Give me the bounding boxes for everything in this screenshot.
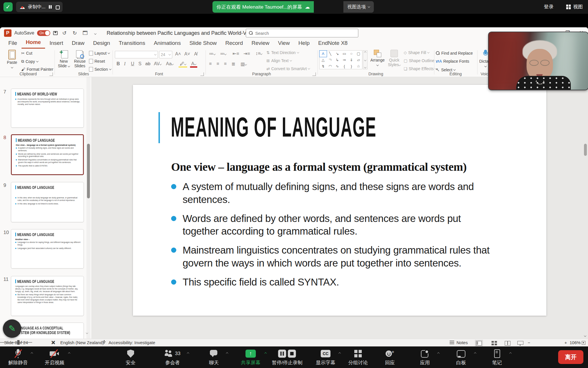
new-slide-button[interactable]: New Slide	[56, 50, 72, 68]
slide-heading[interactable]: One view – language as a formal system (…	[171, 160, 467, 174]
shape-arrow-icon[interactable]: ↘	[334, 51, 341, 57]
highlight-color-button[interactable]: 🖉	[179, 61, 187, 68]
slideshow-view-button[interactable]	[517, 340, 523, 346]
slide-title[interactable]: MEANING OF LANGUAGE	[171, 111, 376, 143]
shape-left-brace-icon[interactable]: {	[341, 63, 348, 70]
stop-recording-button[interactable]	[55, 5, 59, 9]
accessibility-status[interactable]: Accessibility: Investigate	[109, 340, 155, 345]
bullets-button[interactable]: ≔	[208, 51, 216, 56]
paragraph-dialog-launcher[interactable]	[312, 72, 316, 76]
shape-star-icon[interactable]: ☆	[355, 63, 362, 70]
shape-curve-icon[interactable]: ∿	[334, 63, 341, 70]
thumbnail-slide-10[interactable]: MEANING OF LANGUAGE Another view – Langu…	[11, 229, 84, 269]
search-box[interactable]	[246, 29, 358, 37]
tab-review[interactable]: Review	[247, 39, 274, 49]
replace-fonts-button[interactable]: ⇄A Replace Fonts	[436, 59, 469, 64]
align-text-button[interactable]: ⊞ Align Text	[266, 58, 292, 63]
annotation-pencil-button[interactable]: ✎	[3, 319, 21, 338]
section-button[interactable]: Section	[89, 67, 111, 72]
tab-view[interactable]: View	[274, 39, 294, 49]
participant-video[interactable]	[489, 32, 588, 90]
chat-options-chevron[interactable]	[226, 350, 228, 355]
zoom-in-button[interactable]: +	[564, 340, 567, 345]
tab-help[interactable]: Help	[294, 39, 314, 49]
shadow-button[interactable]: S	[137, 61, 143, 66]
tab-draw[interactable]: Draw	[67, 39, 89, 49]
video-options-chevron[interactable]	[68, 350, 70, 355]
format-painter-button[interactable]: 🖌 Format Painter	[21, 67, 53, 72]
zoom-slider-knob[interactable]	[17, 340, 20, 345]
character-spacing-button[interactable]: AV	[153, 61, 163, 66]
pause-stop-recording-button[interactable]: 暂停/停止录制	[272, 349, 303, 366]
notes-toggle[interactable]: Notes	[457, 340, 468, 345]
shape-line-icon[interactable]: ╲	[327, 51, 334, 57]
italic-button[interactable]: I	[123, 61, 127, 66]
shape-outline-button[interactable]: ▢ Shape Outline	[404, 58, 438, 63]
shape-rounded-rect-icon[interactable]: ▢	[355, 51, 362, 57]
tab-transitions[interactable]: Transitions	[114, 39, 149, 49]
slide-sorter-view-button[interactable]	[492, 340, 497, 346]
cut-button[interactable]: ✂ Cut	[21, 51, 32, 55]
quick-styles-button[interactable]: Quick Styles	[386, 50, 402, 67]
notes-options-chevron[interactable]	[510, 350, 511, 355]
mic-options-chevron[interactable]	[31, 350, 33, 355]
whiteboard-options-chevron[interactable]	[474, 350, 476, 355]
shrink-font-button[interactable]: A˅	[183, 51, 191, 57]
spellcheck-icon[interactable]: 🗙	[51, 340, 55, 345]
search-input[interactable]	[255, 31, 341, 36]
thumbnail-slide-7[interactable]: MEANING OF WORLD-VIEW A worldview repres…	[11, 89, 84, 128]
zoom-out-button[interactable]: −	[528, 340, 530, 345]
tab-animations[interactable]: Animations	[150, 39, 185, 49]
pause-recording-button[interactable]	[48, 5, 52, 9]
tab-file[interactable]: File	[4, 39, 22, 49]
redo-button[interactable]: ↻	[71, 30, 78, 36]
shapes-gallery[interactable]: A ╲ ↘ ▭ ○ ▢ △ ㄱ ↳ ⇒ ⇓ ▱ ↯ ◠ ∿ { } ☆	[319, 50, 362, 69]
undo-button[interactable]: ↺	[61, 30, 68, 36]
participants-options-chevron[interactable]	[187, 350, 189, 355]
view-button[interactable]: 视图	[566, 3, 583, 10]
shapes-gallery-scroll[interactable]	[363, 50, 368, 69]
numbering-button[interactable]: ≕	[219, 51, 227, 56]
reactions-button[interactable]: + 回应	[385, 349, 395, 366]
paste-button[interactable]: Paste	[5, 50, 20, 69]
reading-view-button[interactable]	[505, 340, 510, 346]
view-options-button[interactable]: 视图选项	[343, 1, 374, 13]
tab-endnote[interactable]: EndNote X8	[314, 39, 352, 49]
font-color-button[interactable]: A	[190, 61, 197, 68]
share-options-chevron[interactable]	[265, 350, 266, 355]
apps-button[interactable]: 应用	[420, 349, 430, 366]
normal-view-button[interactable]	[476, 340, 482, 346]
justify-button[interactable]: ≣	[230, 61, 236, 67]
shape-triangle-icon[interactable]: △	[320, 57, 327, 63]
whiteboard-button[interactable]: 白板	[456, 349, 466, 366]
slide-canvas[interactable]: MEANING OF LANGUAGE One view – language …	[133, 85, 546, 316]
clear-formatting-button[interactable]: A̸	[193, 51, 198, 57]
clipboard-dialog-launcher[interactable]	[49, 72, 53, 76]
notes-button[interactable]: 笔记	[492, 349, 502, 366]
columns-button[interactable]: ▥	[239, 61, 248, 67]
scroll-down-icon[interactable]	[583, 335, 587, 337]
text-direction-button[interactable]: ⇅ Text Direction	[266, 50, 299, 55]
thumbnail-slide-9[interactable]: MEANING OF LANGUAGE In this view, when w…	[11, 182, 84, 222]
chat-button[interactable]: 聊天	[209, 349, 219, 366]
leave-meeting-button[interactable]: 离开	[558, 350, 583, 364]
shape-freeform-icon[interactable]: ▱	[355, 57, 362, 63]
convert-smartart-button[interactable]: ⇄ Convert to SmartArt	[266, 66, 310, 71]
shape-down-arrow-icon[interactable]: ⇓	[348, 57, 355, 63]
bold-button[interactable]: B	[115, 61, 121, 66]
find-replace-button[interactable]: Find and Replace	[436, 51, 473, 55]
shape-effects-button[interactable]: ❏ Shape Effects	[404, 66, 437, 71]
language-status[interactable]: English (New Zealand)	[60, 340, 104, 345]
panel-scroll-down-icon[interactable]	[86, 330, 88, 335]
save-icon[interactable]	[53, 31, 58, 35]
slide-bullet-list[interactable]: A system of mutually defining signs, and…	[171, 180, 493, 295]
font-size-combo[interactable]: 24	[159, 51, 172, 58]
login-button[interactable]: 登录	[544, 3, 554, 10]
tab-record[interactable]: Record	[221, 39, 247, 49]
security-button[interactable]: 安全	[126, 349, 136, 366]
align-right-button[interactable]: ≡	[223, 61, 228, 66]
line-spacing-button[interactable]: ↕≡	[254, 51, 263, 56]
shape-arc-icon[interactable]: ◠	[327, 63, 334, 70]
decrease-indent-button[interactable]: ⇤≡	[231, 51, 240, 56]
shape-scribble-icon[interactable]: ↯	[320, 63, 327, 70]
